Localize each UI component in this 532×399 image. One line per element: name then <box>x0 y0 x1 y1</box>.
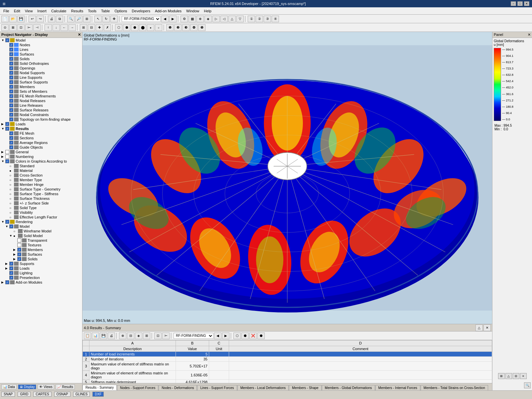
tb-select[interactable]: ↖ <box>94 16 102 22</box>
tb-prev[interactable]: ◀ <box>161 16 169 22</box>
tree-item-topology[interactable]: ✓Topology on form-finding shape <box>0 117 82 122</box>
rp-icon-1[interactable]: ⊞ <box>498 373 505 379</box>
radio-surf-side[interactable]: ○ <box>9 201 14 205</box>
checkbox-surface-releases[interactable]: ✓ <box>9 108 13 112</box>
menu-tools[interactable]: Tools <box>86 8 98 14</box>
tree-toggle-loads[interactable]: ▶ <box>1 122 5 126</box>
rt-4[interactable]: 🖨 <box>108 332 115 339</box>
tree-item-standard[interactable]: ○Standard <box>0 164 82 168</box>
tree-item-surf-thickness[interactable]: ○Surface Thickness <box>0 196 82 201</box>
tree-item-member-type[interactable]: ○Member Type <box>0 178 82 182</box>
tree-toggle-results[interactable]: ▼ <box>1 127 5 130</box>
menu-insert[interactable]: Insert <box>35 8 49 14</box>
tab-data[interactable]: 📊 Data <box>1 384 17 389</box>
tb-copy[interactable]: ⧉ <box>56 16 63 22</box>
radio-cross-section[interactable]: ○ <box>9 174 14 177</box>
radio-standard[interactable]: ○ <box>9 164 14 168</box>
rt-13[interactable]: ❌ <box>249 332 257 339</box>
status-osnap[interactable]: OSNAP <box>54 392 70 397</box>
tb-fit[interactable]: ⊞ <box>83 16 90 22</box>
checkbox-lighting[interactable]: ✓ <box>9 271 13 275</box>
tree-item-render-surfaces[interactable]: ▶✓Surfaces <box>0 252 82 257</box>
tab-views[interactable]: 👁 Views <box>38 384 54 389</box>
tb2-6[interactable]: ↑ <box>45 24 52 31</box>
checkbox-nodal-constraints[interactable]: ✓ <box>9 113 13 117</box>
rp-icon-3[interactable]: ⊟ <box>513 373 519 379</box>
checkbox-solid-ortho[interactable]: ✓ <box>9 62 13 66</box>
checkbox-surfaces[interactable]: ✓ <box>9 52 13 56</box>
results-case-combo[interactable]: RF-FORM-FINDING <box>174 333 213 339</box>
tree-item-preselection[interactable]: ✓Preselection <box>0 275 82 280</box>
checkbox-supports[interactable]: ✓ <box>9 262 13 266</box>
tb-c4[interactable]: ◈ <box>204 16 212 22</box>
tb2-22[interactable]: ❸ <box>182 24 190 31</box>
results-maximize[interactable]: △ <box>475 325 483 331</box>
tree-item-member-hinge[interactable]: ○Member Hinge <box>0 182 82 187</box>
tb2-8[interactable]: ← <box>61 24 68 31</box>
checkbox-transparent[interactable] <box>17 238 21 242</box>
rt-10[interactable]: ⊢ <box>162 332 170 339</box>
rt-9[interactable]: ⊡ <box>154 332 162 339</box>
tb-d4[interactable]: ④ <box>272 16 279 22</box>
tb2-2[interactable]: ⊠ <box>9 24 17 31</box>
rt-next[interactable]: ▶ <box>222 332 229 339</box>
menu-calculate[interactable]: Calculate <box>49 8 68 14</box>
tb2-1[interactable]: ⊙ <box>1 24 9 31</box>
tree-item-solids[interactable]: ✓Solids <box>0 57 82 61</box>
tree-item-solid-type[interactable]: ○Solid Type <box>0 205 82 210</box>
rt-7[interactable]: ◈ <box>135 332 142 339</box>
checkbox-addon[interactable]: ✓ <box>5 280 9 284</box>
checkbox-guide-objects[interactable]: ✓ <box>9 145 13 149</box>
radio-solid-type[interactable]: ○ <box>9 206 14 210</box>
rt-11[interactable]: ⬡ <box>233 332 241 339</box>
tree-item-lines[interactable]: ✓Lines <box>0 47 82 52</box>
tree-item-general[interactable]: ▶General <box>0 150 82 154</box>
tree-item-fe-mesh[interactable]: ✓FE Mesh Refinements <box>0 94 82 98</box>
checkbox-colors[interactable]: ✓ <box>5 159 9 163</box>
checkbox-nodal-releases[interactable]: ✓ <box>9 99 13 103</box>
tree-item-eff-length[interactable]: ○Effective Length Factor <box>0 215 82 219</box>
result-tab-7[interactable]: Members - Internal Forces <box>375 385 420 390</box>
tb2-4[interactable]: ⊢ <box>25 24 33 31</box>
rt-6[interactable]: ⊟ <box>127 332 134 339</box>
menu-developers[interactable]: Developers <box>130 8 152 14</box>
checkbox-general[interactable] <box>5 150 9 154</box>
tb-open[interactable]: 📂 <box>9 16 17 22</box>
tree-toggle-render-surfaces[interactable]: ▶ <box>13 253 17 256</box>
tree-item-nodal-releases[interactable]: ✓Nodal Releases <box>0 98 82 103</box>
tb2-13[interactable]: ✗ <box>104 24 111 31</box>
checkbox-nodal-supports[interactable]: ✓ <box>9 71 13 75</box>
radio-wireframe[interactable]: ○ <box>13 229 18 233</box>
tb2-14[interactable]: ⬡ <box>115 24 122 31</box>
maximize-button[interactable]: □ <box>517 1 523 6</box>
tree-toggle-numbering[interactable]: ▶ <box>1 155 5 158</box>
tb2-10[interactable]: ⊞ <box>80 24 87 31</box>
checkbox-render-surfaces[interactable]: ✓ <box>17 252 21 256</box>
tree-item-addon[interactable]: ▶✓Add-on Modules <box>0 280 82 285</box>
tb-zoom-in[interactable]: 🔍 <box>67 16 74 22</box>
tree-toggle-colors[interactable]: ▼ <box>1 160 5 163</box>
tb2-12[interactable]: ✚ <box>96 24 103 31</box>
tree-item-render-solids[interactable]: ▶✓Solids <box>0 257 82 261</box>
result-tab-3[interactable]: Lines - Support Forces <box>197 385 237 390</box>
tree-item-supports[interactable]: ▶✓Supports <box>0 261 82 266</box>
radio-member-type[interactable]: ○ <box>9 178 14 182</box>
tree-item-render-model[interactable]: ▼✓Model <box>0 224 82 229</box>
tb-redo[interactable]: ↪ <box>37 16 44 22</box>
tab-display[interactable]: 🖥 Display <box>18 384 37 389</box>
tb2-18[interactable]: ⬥ <box>147 24 154 31</box>
tree-item-sections[interactable]: ✓Sections <box>0 136 82 140</box>
viewport[interactable]: Global Deformations u [mm] RF-FORM-FINDI… <box>82 32 492 324</box>
checkbox-render-members[interactable]: ✓ <box>17 248 21 252</box>
table-row[interactable]: 2 Number of iterations 35 <box>83 357 492 362</box>
menu-file[interactable]: File <box>1 8 11 14</box>
tree-item-avg-regions[interactable]: ✓Average Regions <box>0 140 82 145</box>
rt-1[interactable]: 📋 <box>84 332 91 339</box>
tb-d2[interactable]: ② <box>256 16 263 22</box>
tb2-15[interactable]: ⬢ <box>123 24 130 31</box>
tb-c8[interactable]: ▽ <box>236 16 244 22</box>
result-tab-6[interactable]: Members - Global Deformations <box>322 385 375 390</box>
menu-options[interactable]: Options <box>112 8 129 14</box>
tree-toggle-loads2[interactable]: ▶ <box>5 267 9 270</box>
tb-c6[interactable]: ◁ <box>220 16 228 22</box>
